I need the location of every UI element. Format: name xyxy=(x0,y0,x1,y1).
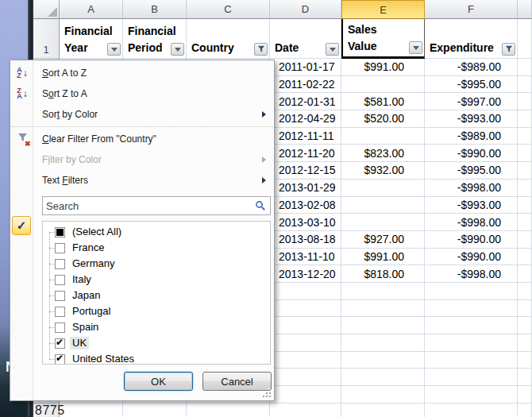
cell-empty[interactable] xyxy=(187,403,270,417)
cell-date[interactable]: 2012-11-11 xyxy=(270,128,341,145)
cell-empty[interactable] xyxy=(123,403,187,417)
menu-item-sort-z-to-a[interactable]: ZA↓Sort Z to A xyxy=(10,83,274,104)
search-input[interactable] xyxy=(43,200,255,212)
cell-empty[interactable] xyxy=(425,300,518,318)
filter-dropdown-button-D[interactable] xyxy=(326,43,339,56)
cell-empty[interactable] xyxy=(341,317,425,334)
cell-empty[interactable] xyxy=(425,317,518,334)
cell-empty[interactable] xyxy=(341,369,425,386)
cell-empty[interactable] xyxy=(518,403,532,417)
cell-empty[interactable] xyxy=(425,334,518,352)
filter-value-united-states[interactable]: United States xyxy=(43,351,270,365)
cell-empty[interactable] xyxy=(425,369,518,386)
cell-empty[interactable] xyxy=(518,334,532,352)
cell-date[interactable]: 2011-02-22 xyxy=(270,76,341,94)
column-header-partial[interactable] xyxy=(518,0,532,19)
cell-sales[interactable]: $991.00 xyxy=(341,59,425,76)
cell-expenditure[interactable]: -$995.00 xyxy=(425,76,518,94)
filter-value-portugal[interactable]: Portugal xyxy=(43,303,270,319)
cell-empty[interactable] xyxy=(270,369,341,386)
cell-empty[interactable] xyxy=(341,386,425,403)
cell-sales[interactable]: $581.00 xyxy=(341,93,425,110)
cell-empty[interactable] xyxy=(425,352,518,369)
cell-expenditure[interactable]: -$989.00 xyxy=(425,128,518,145)
cell-g[interactable] xyxy=(518,249,532,266)
header-cell-A[interactable]: FinancialYear xyxy=(60,19,123,59)
cell-empty[interactable] xyxy=(518,386,532,403)
cell-empty[interactable] xyxy=(425,283,518,300)
cell-expenditure[interactable]: -$998.00 xyxy=(425,214,518,231)
cell-sales[interactable] xyxy=(341,76,425,94)
cell-empty[interactable] xyxy=(341,300,425,318)
cell-expenditure[interactable]: -$990.00 xyxy=(425,231,518,249)
cell-g[interactable] xyxy=(518,197,532,214)
cell-expenditure[interactable]: -$997.00 xyxy=(425,93,518,110)
column-header-C[interactable]: C xyxy=(187,0,270,19)
cell-expenditure[interactable]: -$990.00 xyxy=(425,249,518,266)
column-header-B[interactable]: B xyxy=(123,0,187,19)
cell-g[interactable] xyxy=(518,145,532,162)
cell-sales[interactable] xyxy=(341,128,425,145)
cell-date[interactable]: 2013-12-20 xyxy=(270,265,341,283)
checkbox-checked[interactable] xyxy=(55,354,65,365)
column-header-F[interactable]: F xyxy=(425,0,518,19)
cell-empty[interactable] xyxy=(270,300,341,318)
header-cell-F[interactable]: Expenditure xyxy=(425,19,518,59)
filter-value-uk[interactable]: UK xyxy=(43,335,270,351)
cell-expenditure[interactable]: -$993.00 xyxy=(425,110,518,128)
header-cell-B[interactable]: FinancialPeriod xyxy=(123,19,187,59)
cell-empty[interactable] xyxy=(518,369,532,386)
cancel-button[interactable]: Cancel xyxy=(202,372,272,391)
cell-empty[interactable] xyxy=(341,283,425,300)
filter-value-select-all[interactable]: (Select All) xyxy=(43,224,270,240)
cell-date[interactable]: 2013-02-08 xyxy=(270,197,341,214)
checkbox-unchecked[interactable] xyxy=(55,322,65,333)
cell-empty[interactable] xyxy=(518,352,532,369)
cell-g[interactable] xyxy=(518,128,532,145)
cell-sales[interactable]: $818.00 xyxy=(341,265,425,283)
filter-funnel-button-F[interactable] xyxy=(502,43,515,56)
filter-dropdown-button-E[interactable] xyxy=(409,41,422,54)
search-icon[interactable] xyxy=(255,200,266,211)
cell-empty[interactable] xyxy=(425,403,518,417)
header-cell-C[interactable]: Country xyxy=(187,19,270,59)
cell-g[interactable] xyxy=(518,59,532,76)
cell-date[interactable]: 2013-08-18 xyxy=(270,231,341,249)
cell-sales[interactable] xyxy=(341,214,425,231)
cell-empty[interactable] xyxy=(425,386,518,403)
checkbox-unchecked[interactable] xyxy=(55,275,65,285)
cell-expenditure[interactable]: -$989.00 xyxy=(425,59,518,76)
cell-expenditure[interactable]: -$998.00 xyxy=(425,265,518,283)
filter-funnel-button-C[interactable] xyxy=(254,43,268,56)
filter-value-spain[interactable]: Spain xyxy=(43,319,270,335)
cell-date[interactable]: 2013-03-10 xyxy=(270,214,341,231)
cell-expenditure[interactable]: -$998.00 xyxy=(425,180,518,197)
menu-item-sort-a-to-z[interactable]: AZ↓Sort A to Z xyxy=(10,63,274,83)
cell-empty[interactable] xyxy=(270,386,341,403)
search-box[interactable] xyxy=(42,196,271,215)
header-cell-D[interactable]: Date xyxy=(270,19,341,59)
menu-item-text-filters[interactable]: Text Filters xyxy=(10,170,274,191)
cell-empty[interactable] xyxy=(270,283,341,300)
column-header-A[interactable]: A xyxy=(60,0,123,19)
cell-date[interactable]: 2012-12-15 xyxy=(270,162,341,180)
cell-empty[interactable] xyxy=(518,300,532,318)
menu-item-clear-filter-from-country[interactable]: ✖Clear Filter From "Country" xyxy=(10,129,274,149)
filter-value-japan[interactable]: Japan xyxy=(43,288,270,303)
cell-empty[interactable] xyxy=(341,403,425,417)
checkbox-indeterminate[interactable] xyxy=(55,227,65,237)
cell-empty[interactable] xyxy=(341,334,425,352)
cell-g[interactable] xyxy=(518,180,532,197)
filter-value-italy[interactable]: Italy xyxy=(43,272,270,288)
menu-item-sort-by-color[interactable]: Sort by Color xyxy=(10,104,274,125)
cell-g[interactable] xyxy=(518,110,532,128)
cell-g[interactable] xyxy=(518,76,532,94)
cell-empty[interactable] xyxy=(60,403,123,417)
checkbox-unchecked[interactable] xyxy=(55,243,65,253)
cell-g[interactable] xyxy=(518,162,532,180)
resize-grip[interactable] xyxy=(261,389,272,398)
cell-sales[interactable]: $932.00 xyxy=(341,162,425,180)
cell-sales[interactable]: $823.00 xyxy=(341,145,425,162)
cell-expenditure[interactable]: -$995.00 xyxy=(425,162,518,180)
cell-empty[interactable] xyxy=(270,352,341,369)
